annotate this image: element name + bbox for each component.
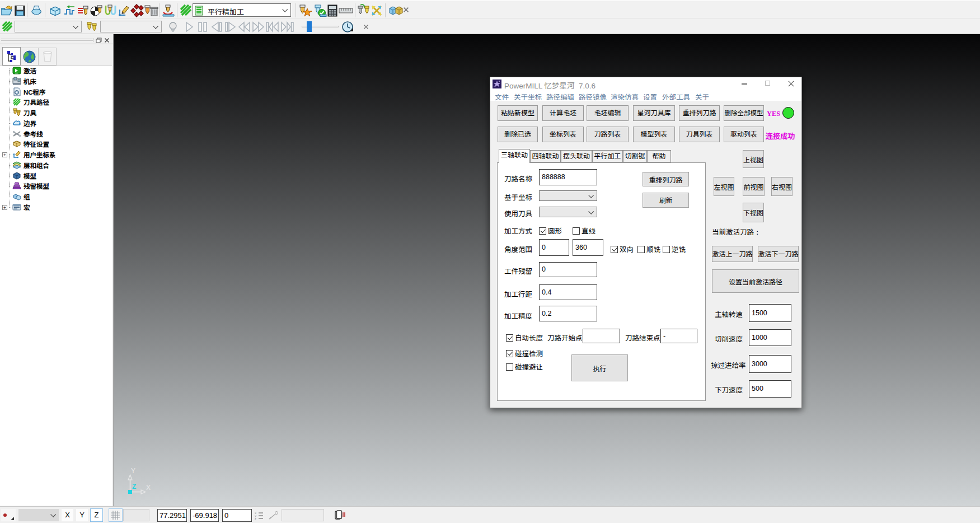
svg-text:z: z xyxy=(255,517,256,520)
svg-text:Y: Y xyxy=(131,467,135,475)
svg-text:X: X xyxy=(146,484,151,492)
svg-text:Z: Z xyxy=(132,483,136,491)
